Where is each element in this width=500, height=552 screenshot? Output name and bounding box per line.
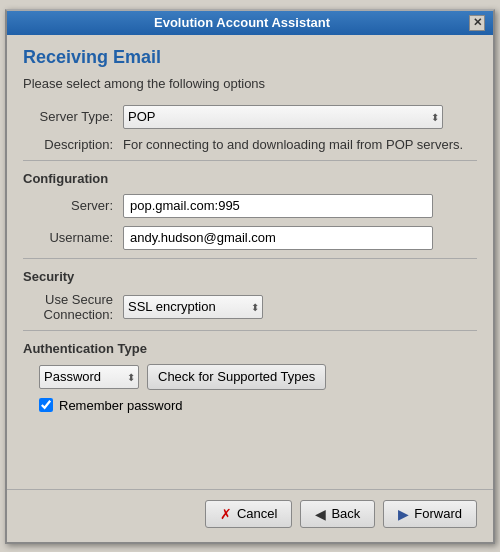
username-row: Username:: [23, 226, 477, 250]
window-title: Evolution Account Assistant: [15, 15, 469, 30]
username-input[interactable]: [123, 226, 433, 250]
main-window: Evolution Account Assistant ✕ Receiving …: [5, 9, 495, 544]
remember-password-label: Remember password: [59, 398, 183, 413]
ssl-select[interactable]: SSL encryption No encryption TLS encrypt…: [123, 295, 263, 319]
remember-password-row: Remember password: [39, 398, 477, 413]
auth-type-row: Password APOP Kerberos 5 NTLM Check for …: [39, 364, 477, 390]
bottom-bar: ✗ Cancel ◀ Back ▶ Forward: [7, 489, 493, 542]
description-row: Description: For connecting to and downl…: [23, 137, 477, 152]
username-label: Username:: [23, 230, 123, 245]
description-value: For connecting to and downloading mail f…: [123, 137, 463, 152]
authentication-section: Authentication Type Password APOP Kerber…: [23, 341, 477, 413]
cancel-icon: ✗: [220, 506, 232, 522]
secure-connection-row: Use Secure Connection: SSL encryption No…: [23, 292, 477, 322]
page-subtitle: Please select among the following option…: [23, 76, 477, 91]
back-icon: ◀: [315, 506, 326, 522]
server-type-label: Server Type:: [23, 109, 123, 124]
configuration-section: Configuration Server: Username:: [23, 171, 477, 250]
cancel-button[interactable]: ✗ Cancel: [205, 500, 292, 528]
cancel-label: Cancel: [237, 506, 277, 521]
check-supported-types-button[interactable]: Check for Supported Types: [147, 364, 326, 390]
separator-2: [23, 258, 477, 259]
secure-connection-label: Use Secure Connection:: [23, 292, 123, 322]
forward-label: Forward: [414, 506, 462, 521]
ssl-select-wrapper: SSL encryption No encryption TLS encrypt…: [123, 295, 263, 319]
auth-type-select[interactable]: Password APOP Kerberos 5 NTLM: [39, 365, 139, 389]
separator-3: [23, 330, 477, 331]
separator-1: [23, 160, 477, 161]
configuration-title: Configuration: [23, 171, 477, 186]
server-type-select-wrapper: POP: [123, 105, 443, 129]
server-input[interactable]: [123, 194, 433, 218]
authentication-title: Authentication Type: [23, 341, 477, 356]
server-row: Server:: [23, 194, 477, 218]
remember-password-checkbox[interactable]: [39, 398, 53, 412]
description-label: Description:: [23, 137, 123, 152]
forward-icon: ▶: [398, 506, 409, 522]
server-label: Server:: [23, 198, 123, 213]
content-area: Receiving Email Please select among the …: [7, 35, 493, 429]
security-title: Security: [23, 269, 477, 284]
forward-button[interactable]: ▶ Forward: [383, 500, 477, 528]
titlebar: Evolution Account Assistant ✕: [7, 11, 493, 35]
server-type-row: Server Type: POP: [23, 105, 477, 129]
page-heading: Receiving Email: [23, 47, 477, 68]
back-label: Back: [331, 506, 360, 521]
close-button[interactable]: ✕: [469, 15, 485, 31]
server-type-select[interactable]: POP: [123, 105, 443, 129]
auth-type-select-wrapper: Password APOP Kerberos 5 NTLM: [39, 365, 139, 389]
security-section: Security Use Secure Connection: SSL encr…: [23, 269, 477, 322]
back-button[interactable]: ◀ Back: [300, 500, 375, 528]
